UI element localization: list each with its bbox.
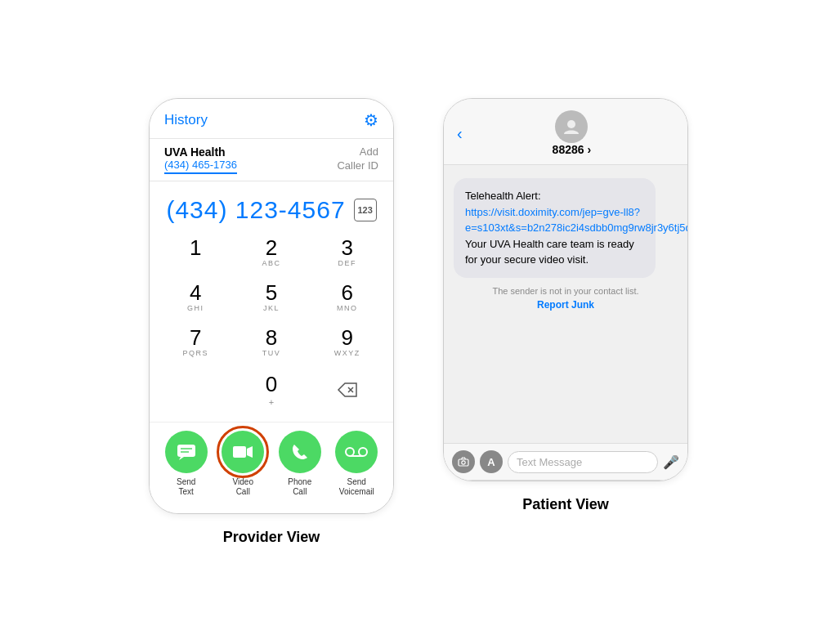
svg-point-12 bbox=[462, 461, 465, 464]
patient-label: Patient View bbox=[522, 496, 609, 513]
scan-icon[interactable]: 123 bbox=[354, 199, 377, 221]
camera-button[interactable] bbox=[452, 450, 475, 473]
text-message-input[interactable]: Text Message bbox=[508, 451, 658, 473]
settings-icon[interactable]: ⚙ bbox=[364, 110, 378, 130]
svg-marker-6 bbox=[247, 446, 253, 458]
video-call-label: VideoCall bbox=[233, 477, 253, 497]
svg-rect-5 bbox=[233, 446, 246, 458]
key-4[interactable]: 4 GHI bbox=[158, 275, 234, 320]
key-9[interactable]: 9 WXYZ bbox=[309, 320, 385, 365]
video-call-wrapper: VideoCall bbox=[222, 431, 264, 497]
caller-info: UVA Health (434) 465-1736 bbox=[164, 145, 237, 174]
key-3[interactable]: 3 DEF bbox=[309, 230, 385, 275]
chat-icon bbox=[176, 443, 197, 461]
action-buttons: SendText VideoCall bbox=[150, 422, 393, 513]
patient-wrapper: ‹ 88286 › Telehealth Aler bbox=[443, 98, 688, 513]
patient-contact: 88286 › bbox=[469, 110, 674, 156]
caller-name: UVA Health bbox=[164, 145, 237, 159]
svg-point-7 bbox=[346, 448, 354, 456]
svg-rect-2 bbox=[177, 445, 195, 457]
mic-icon[interactable]: 🎤 bbox=[663, 454, 679, 470]
caller-id-section: UVA Health (434) 465-1736 Add Caller ID bbox=[150, 139, 393, 181]
provider-label: Provider View bbox=[223, 529, 320, 546]
back-arrow[interactable]: ‹ bbox=[457, 124, 463, 143]
text-message-placeholder: Text Message bbox=[517, 456, 582, 468]
send-text-button[interactable] bbox=[165, 431, 208, 473]
caller-number[interactable]: (434) 465-1736 bbox=[164, 159, 237, 174]
message-area: Telehealth Alert: https://visit.doximity… bbox=[444, 165, 687, 443]
key-1[interactable]: 1 bbox=[158, 230, 234, 275]
dialed-number-row: (434) 123-4567 123 bbox=[150, 181, 393, 230]
provider-phone: History ⚙ UVA Health (434) 465-1736 Add … bbox=[149, 98, 394, 514]
patient-screen: ‹ 88286 › Telehealth Aler bbox=[444, 99, 687, 481]
keypad: 1 2 ABC 3 DEF 4 GHI bbox=[150, 230, 393, 365]
add-caller-id[interactable]: Add Caller ID bbox=[337, 145, 378, 173]
backspace-icon bbox=[337, 382, 358, 398]
patient-input-bar: A Text Message 🎤 bbox=[444, 443, 687, 481]
phone-call-button[interactable] bbox=[279, 431, 321, 473]
telehealth-link[interactable]: https://visit.doximity.com/jep=gve-ll8?e… bbox=[465, 206, 688, 235]
backspace-key[interactable] bbox=[309, 365, 385, 414]
send-voicemail-label: SendVoicemail bbox=[339, 477, 374, 497]
svg-point-8 bbox=[359, 448, 367, 456]
phone-call-label: PhoneCall bbox=[288, 477, 311, 497]
key-7[interactable]: 7 PQRS bbox=[158, 320, 234, 365]
video-call-button[interactable] bbox=[222, 431, 264, 473]
app-icon-button[interactable]: A bbox=[480, 450, 503, 473]
patient-phone: ‹ 88286 › Telehealth Aler bbox=[443, 98, 688, 481]
history-label[interactable]: History bbox=[164, 112, 208, 128]
key-6[interactable]: 6 MNO bbox=[309, 275, 385, 320]
send-text-wrapper: SendText bbox=[165, 431, 208, 497]
key-2[interactable]: 2 ABC bbox=[234, 230, 310, 275]
provider-wrapper: History ⚙ UVA Health (434) 465-1736 Add … bbox=[149, 98, 394, 546]
phone-call-wrapper: PhoneCall bbox=[279, 431, 321, 497]
send-voicemail-wrapper: SendVoicemail bbox=[335, 431, 378, 497]
phone-icon bbox=[291, 443, 309, 461]
provider-screen: History ⚙ UVA Health (434) 465-1736 Add … bbox=[150, 99, 393, 513]
main-container: History ⚙ UVA Health (434) 465-1736 Add … bbox=[132, 82, 705, 562]
avatar bbox=[555, 110, 588, 143]
camera-icon bbox=[458, 457, 469, 467]
patient-number[interactable]: 88286 › bbox=[553, 143, 591, 156]
send-voicemail-button[interactable] bbox=[335, 431, 378, 473]
voicemail-icon bbox=[345, 445, 368, 458]
report-junk[interactable]: Report Junk bbox=[454, 299, 678, 311]
bottom-row: 0 + bbox=[150, 365, 393, 422]
video-icon bbox=[232, 445, 253, 459]
dialed-digits: (434) 123-4567 bbox=[166, 196, 345, 224]
send-text-label: SendText bbox=[177, 477, 195, 497]
alert-prefix: Telehealth Alert: bbox=[465, 190, 541, 202]
key-5[interactable]: 5 JKL bbox=[234, 275, 310, 320]
key-8[interactable]: 8 TUV bbox=[234, 320, 310, 365]
message-body: Your UVA Health care team is ready for y… bbox=[465, 238, 634, 266]
provider-header: History ⚙ bbox=[150, 99, 393, 139]
key-0[interactable]: 0 + bbox=[234, 365, 310, 414]
message-bubble: Telehealth Alert: https://visit.doximity… bbox=[454, 178, 656, 278]
patient-header: ‹ 88286 › bbox=[444, 99, 687, 165]
avatar-icon bbox=[562, 118, 580, 136]
svg-point-10 bbox=[567, 120, 575, 128]
spam-notice: The sender is not in your contact list. bbox=[454, 286, 678, 296]
